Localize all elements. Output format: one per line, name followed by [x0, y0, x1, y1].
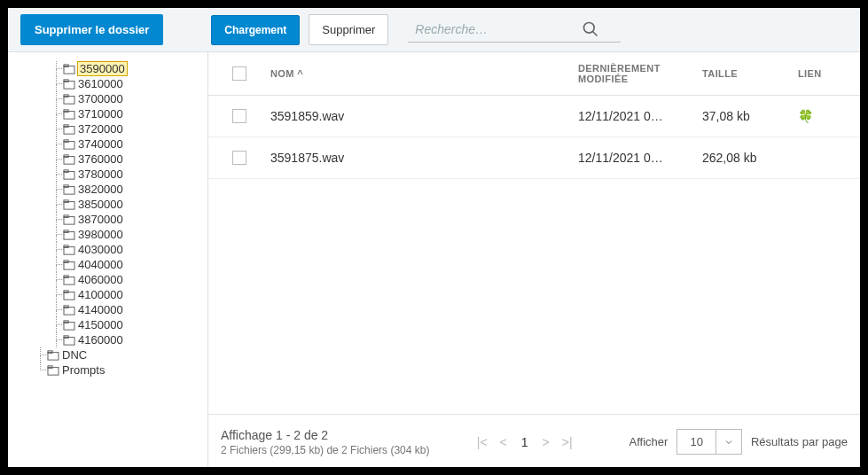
link-icon[interactable]: 🍀: [798, 109, 813, 123]
cell-date: 12/11/2021 0…: [578, 151, 702, 165]
folder-label: DNC: [62, 348, 87, 362]
last-page-icon[interactable]: >|: [559, 433, 576, 451]
prev-page-icon[interactable]: <: [497, 433, 511, 451]
display-summary: Affichage 1 - 2 de 2: [221, 428, 473, 442]
folder-label: 4140000: [78, 303, 123, 316]
page-number: 1: [516, 435, 534, 449]
folder-label: 3720000: [78, 122, 123, 136]
tree-folder[interactable]: 4060000: [8, 272, 207, 287]
tree-folder[interactable]: 3760000: [8, 152, 207, 167]
folder-label: 4040000: [78, 258, 123, 271]
select-all-checkbox[interactable]: [232, 66, 246, 81]
tree-folder[interactable]: 3610000: [8, 76, 207, 91]
folder-label: 4160000: [78, 333, 123, 347]
folder-label: 4060000: [78, 273, 123, 286]
folder-label: 4030000: [78, 243, 123, 256]
delete-button[interactable]: Supprimer: [309, 14, 388, 45]
per-page-label: Résultats par page: [751, 435, 848, 448]
row-checkbox[interactable]: [232, 109, 246, 123]
tree-folder[interactable]: 4030000: [8, 242, 207, 257]
tree-folder[interactable]: 3850000: [8, 197, 207, 212]
cell-date: 12/11/2021 0…: [578, 109, 702, 123]
toolbar: Supprimer le dossier Chargement Supprime…: [8, 8, 860, 52]
chevron-down-icon[interactable]: [716, 430, 741, 454]
cell-size: 37,08 kb: [702, 109, 798, 123]
tree-folder[interactable]: 3820000: [8, 182, 207, 197]
folder-label: 3700000: [78, 92, 123, 105]
folder-label: Prompts: [62, 363, 105, 377]
cell-link: 🍀: [798, 109, 860, 123]
tree-folder[interactable]: 4140000: [8, 302, 207, 317]
delete-folder-button[interactable]: Supprimer le dossier: [20, 14, 163, 45]
folder-label: 3780000: [78, 167, 123, 181]
tree-folder[interactable]: 3980000: [8, 227, 207, 242]
show-label: Afficher: [629, 435, 669, 448]
folder-label: 3980000: [78, 228, 123, 241]
tree-folder[interactable]: 3710000: [8, 106, 207, 121]
folder-label: 3740000: [78, 137, 123, 151]
file-summary: 2 Fichiers (299,15 kb) de 2 Fichiers (30…: [221, 444, 473, 456]
folder-label: 3710000: [78, 107, 123, 121]
cell-name: 3591859.wav: [270, 109, 578, 123]
pager: |< < 1 > >|: [473, 433, 576, 451]
footer: Affichage 1 - 2 de 2 2 Fichiers (299,15 …: [208, 414, 860, 467]
first-page-icon[interactable]: |<: [473, 433, 491, 451]
folder-label: 4150000: [78, 318, 123, 331]
tree-folder[interactable]: 4160000: [8, 332, 207, 347]
tree-folder[interactable]: 3590000: [8, 61, 207, 76]
tree-folder[interactable]: 3720000: [8, 121, 207, 136]
folder-label: 3850000: [78, 198, 123, 211]
per-page-value: 10: [677, 430, 716, 454]
table-row[interactable]: 3591875.wav12/11/2021 0…262,08 kb: [208, 137, 860, 179]
search-box: [408, 17, 621, 43]
upload-button[interactable]: Chargement: [211, 15, 300, 45]
folder-label: 3760000: [78, 152, 123, 166]
tree-folder[interactable]: DNC: [8, 347, 207, 362]
column-name[interactable]: NOM ^: [270, 68, 578, 79]
search-input[interactable]: [413, 17, 582, 42]
column-link[interactable]: LIEN: [798, 68, 860, 79]
cell-size: 262,08 kb: [702, 151, 798, 165]
table-row[interactable]: 3591859.wav12/11/2021 0…37,08 kb🍀: [208, 96, 860, 137]
svg-line-1: [593, 32, 598, 36]
row-checkbox[interactable]: [232, 151, 246, 165]
search-icon[interactable]: [582, 20, 599, 38]
tree-folder[interactable]: 4150000: [8, 317, 207, 332]
tree-folder[interactable]: 3870000: [8, 212, 207, 227]
per-page-select[interactable]: 10: [676, 429, 741, 455]
folder-label: 4100000: [78, 288, 123, 301]
folder-label: 3820000: [78, 183, 123, 196]
column-date[interactable]: DERNIÈREMENT MODIFIÉE: [578, 63, 702, 84]
tree-folder[interactable]: 4040000: [8, 257, 207, 272]
folder-label: 3870000: [78, 213, 123, 226]
folder-label: 3610000: [78, 77, 123, 90]
folder-tree: 3590000361000037000003710000372000037400…: [8, 52, 208, 467]
next-page-icon[interactable]: >: [539, 433, 553, 451]
tree-folder[interactable]: Prompts: [8, 362, 207, 378]
svg-point-0: [584, 23, 595, 34]
file-list-panel: NOM ^ DERNIÈREMENT MODIFIÉE TAILLE LIEN …: [208, 52, 860, 467]
tree-folder[interactable]: 3700000: [8, 91, 207, 106]
tree-folder[interactable]: 4100000: [8, 287, 207, 302]
column-size[interactable]: TAILLE: [702, 68, 798, 79]
cell-name: 3591875.wav: [270, 151, 578, 165]
tree-folder[interactable]: 3740000: [8, 136, 207, 152]
table-header: NOM ^ DERNIÈREMENT MODIFIÉE TAILLE LIEN: [208, 52, 860, 96]
folder-label: 3590000: [78, 62, 127, 75]
tree-folder[interactable]: 3780000: [8, 167, 207, 182]
